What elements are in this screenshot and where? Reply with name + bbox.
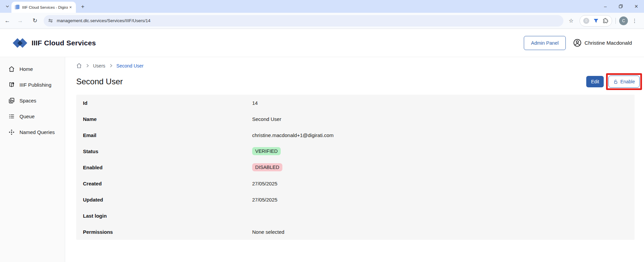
chevron-right-icon — [85, 63, 90, 68]
user-menu[interactable]: Christine Macdonald — [573, 39, 632, 47]
status-badge: VERIFIED — [252, 147, 281, 155]
url-text[interactable]: management.dlc.services/Services/IIIF/Us… — [57, 18, 150, 23]
sidebar-item-iiif-publishing[interactable]: IIIF Publishing — [0, 77, 65, 93]
field-label: Name — [76, 116, 252, 122]
address-bar[interactable]: management.dlc.services/Services/IIIF/Us… — [44, 15, 563, 27]
field-value: 27/05/2025 — [252, 197, 277, 203]
field-label: Updated — [76, 197, 252, 203]
enabled-badge: DISABLED — [252, 163, 282, 171]
close-window-button[interactable]: × — [629, 0, 644, 13]
extension-badge-icon[interactable]: 0 — [583, 18, 589, 24]
enable-button[interactable]: Enable — [608, 76, 640, 88]
user-detail-card: Id 14 Name Second User Email christine.m… — [76, 95, 635, 240]
field-label: Created — [76, 181, 252, 186]
toolbar-divider — [615, 18, 616, 24]
browser-tabstrip: IIIF Cloud Services - Digirati × + – × — [0, 0, 644, 13]
field-label: Email — [76, 132, 252, 138]
sidebar: Home IIIF Publishing Spaces Queue — [0, 57, 65, 262]
app-header: IIIF Cloud Services Admin Panel Christin… — [0, 29, 644, 57]
maximize-button[interactable] — [613, 0, 629, 13]
field-value: 27/05/2025 — [252, 181, 277, 186]
breadcrumb-home-icon[interactable] — [76, 63, 82, 69]
account-circle-icon — [573, 39, 582, 47]
brand-title: IIIF Cloud Services — [32, 39, 96, 47]
sidebar-item-named-queries[interactable]: Named Queries — [0, 124, 65, 140]
sidebar-item-label: Home — [19, 66, 33, 72]
sidebar-item-home[interactable]: Home — [0, 61, 65, 77]
reload-button[interactable]: ↻ — [30, 15, 40, 26]
field-label: Enabled — [76, 165, 252, 170]
detail-row-status: Status VERIFIED — [76, 143, 635, 159]
extensions-puzzle-icon[interactable] — [603, 18, 608, 24]
home-icon — [8, 66, 15, 72]
field-value: Second User — [252, 116, 281, 122]
field-value: 14 — [252, 100, 258, 106]
field-label: Id — [76, 100, 252, 106]
field-value: None selected — [252, 229, 284, 235]
new-tab-button[interactable]: + — [79, 3, 86, 10]
back-button[interactable]: ← — [2, 15, 13, 26]
page-title: Second User — [76, 77, 123, 86]
detail-row-last-login: Last login — [76, 208, 635, 224]
iiif-cloud-logo-icon — [13, 37, 28, 49]
browser-toolbar: ← → ↻ management.dlc.services/Services/I… — [0, 13, 644, 29]
user-name: Christine Macdonald — [585, 40, 632, 46]
sidebar-item-label: Named Queries — [19, 129, 55, 135]
sidebar-item-queue[interactable]: Queue — [0, 108, 65, 124]
chevron-right-icon — [109, 63, 113, 68]
detail-row-permissions: Permissions None selected — [76, 224, 635, 240]
edit-button[interactable]: Edit — [586, 76, 604, 87]
tab-search-chevron-icon[interactable] — [3, 2, 12, 11]
breadcrumb-current[interactable]: Second User — [117, 63, 144, 69]
browser-tab[interactable]: IIIF Cloud Services - Digirati × — [11, 2, 76, 13]
sidebar-item-spaces[interactable]: Spaces — [0, 93, 65, 108]
admin-panel-button[interactable]: Admin Panel — [524, 36, 565, 50]
main-content: Users Second User Second User Edit E — [65, 57, 644, 262]
breadcrumb: Users Second User — [76, 63, 644, 69]
field-value: christine.macdonald+1@digirati.com — [252, 132, 333, 138]
book-open-icon — [8, 82, 15, 88]
detail-row-created: Created 27/05/2025 — [76, 175, 635, 191]
minimize-button[interactable]: – — [598, 0, 613, 13]
breadcrumb-users-link[interactable]: Users — [93, 63, 105, 69]
tab-title: IIIF Cloud Services - Digirati — [22, 5, 68, 9]
tab-close-icon[interactable]: × — [68, 5, 73, 10]
field-label: Status — [76, 148, 252, 154]
enable-button-label: Enable — [620, 79, 635, 84]
app-viewport: IIIF Cloud Services Admin Panel Christin… — [0, 29, 644, 262]
field-label: Permissions — [76, 229, 252, 235]
site-favicon — [15, 5, 20, 10]
list-icon — [8, 113, 15, 120]
detail-row-id: Id 14 — [76, 95, 635, 111]
window-controls: – × — [598, 0, 644, 13]
detail-row-email: Email christine.macdonald+1@digirati.com — [76, 127, 635, 143]
detail-row-updated: Updated 27/05/2025 — [76, 191, 635, 208]
sidebar-item-label: Spaces — [19, 98, 36, 103]
photo-stack-icon — [8, 97, 15, 104]
forward-button[interactable]: → — [15, 15, 26, 26]
field-label: Last login — [76, 213, 252, 219]
unlock-icon — [613, 79, 618, 84]
sidebar-item-label: IIIF Publishing — [19, 82, 51, 88]
bookmark-star-icon[interactable]: ☆ — [566, 16, 576, 26]
extensions-pill: 0 — [580, 15, 612, 27]
browser-menu-kebab-icon[interactable]: ⋮ — [630, 16, 639, 26]
sidebar-item-label: Queue — [19, 114, 35, 119]
extension-funnel-icon[interactable] — [593, 18, 599, 24]
move-arrows-icon — [8, 129, 15, 135]
red-highlight-annotation: Enable — [606, 73, 642, 90]
site-info-icon[interactable] — [48, 18, 53, 24]
detail-row-enabled: Enabled DISABLED — [76, 159, 635, 175]
browser-profile-avatar[interactable]: C — [619, 16, 628, 25]
detail-row-name: Name Second User — [76, 111, 635, 127]
